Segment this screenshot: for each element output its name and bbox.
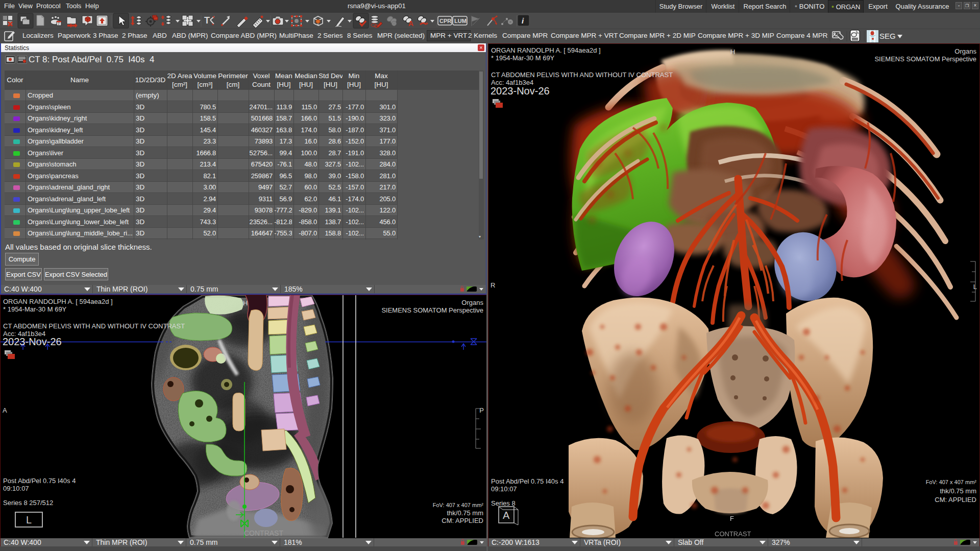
svg-text:T: T bbox=[204, 15, 210, 26]
svg-text:A: A bbox=[408, 19, 413, 28]
svg-text:LUM: LUM bbox=[454, 18, 467, 24]
svg-text:CONTRAST: CONTRAST bbox=[244, 529, 283, 537]
svg-text:A: A bbox=[503, 510, 510, 521]
svg-text:7: 7 bbox=[58, 22, 60, 26]
svg-text:R: R bbox=[393, 22, 396, 26]
svg-text:CPR: CPR bbox=[439, 18, 451, 24]
